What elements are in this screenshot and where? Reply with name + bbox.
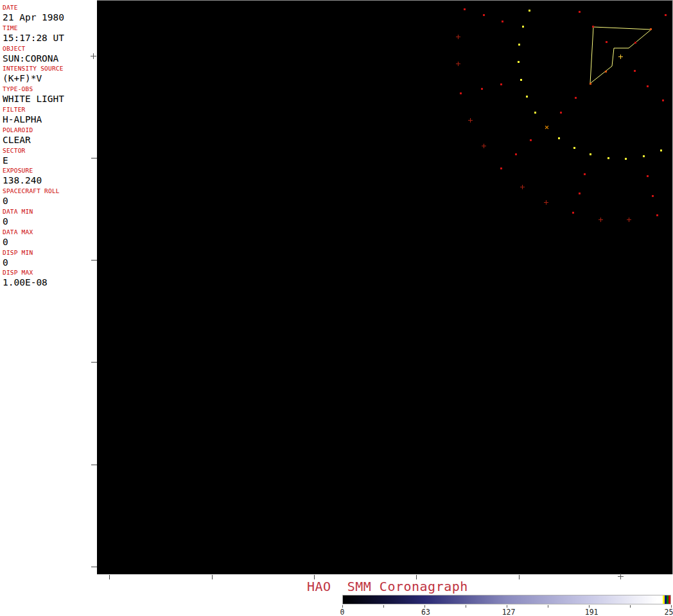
star-marker-red <box>579 193 581 194</box>
cross-marker-red <box>468 118 473 123</box>
field-value: H-ALPHA <box>3 114 97 125</box>
star-marker-yellow <box>518 61 520 63</box>
image-display-area[interactable] <box>97 0 673 574</box>
colorbar-tick-label: 255 <box>665 608 673 616</box>
axis-tick-bottom <box>109 575 110 579</box>
metadata-field: DISP MIN0 <box>0 248 97 268</box>
star-marker-red <box>483 14 485 16</box>
star-marker-red <box>530 139 532 141</box>
star-marker-red <box>656 214 658 216</box>
star-marker-orange <box>650 28 652 30</box>
colorbar-tick-label: 191 <box>585 608 599 616</box>
star-marker-yellow <box>607 157 609 159</box>
star-marker-red <box>592 26 594 28</box>
metadata-field: FILTERH-ALPHA <box>0 105 97 125</box>
axis-tick-left <box>91 465 97 465</box>
metadata-field: POLAROIDCLEAR <box>0 125 97 146</box>
colorbar-tick <box>548 605 548 608</box>
field-label: OBJECT <box>3 45 97 53</box>
star-marker-red <box>572 212 574 214</box>
axis-tick-left <box>91 567 97 567</box>
star-marker-red <box>652 195 654 197</box>
colorbar-tick <box>630 605 631 608</box>
metadata-field: DATA MIN0 <box>0 207 97 227</box>
axis-tick-bottom <box>519 575 520 579</box>
field-value: (K+F)*V <box>3 73 97 84</box>
axis-tick-left <box>91 260 97 261</box>
cross-marker-red <box>520 185 525 189</box>
star-marker-orange <box>590 83 591 85</box>
cross-marker-red <box>482 144 486 148</box>
fiducial-cross <box>618 574 624 579</box>
star-marker-yellow <box>529 10 530 12</box>
star-marker-red <box>464 8 466 10</box>
star-marker-yellow <box>520 79 522 81</box>
star-marker-red <box>502 21 503 22</box>
cross-marker-red <box>627 218 631 222</box>
star-marker-yellow <box>590 153 591 155</box>
field-label: POLAROID <box>3 126 97 134</box>
field-value: E <box>3 155 97 166</box>
metadata-sidebar: DATE21 Apr 1980TIME15:17:28 UTOBJECTSUN:… <box>0 0 97 574</box>
colorbar-tick-label: 63 <box>421 608 430 616</box>
field-label: DATA MIN <box>3 208 97 216</box>
star-marker-red <box>500 167 502 169</box>
star-marker-red <box>560 112 562 114</box>
star-marker-yellow <box>625 158 627 160</box>
field-label: FILTER <box>3 106 97 114</box>
colorbar-tick <box>383 605 384 608</box>
star-marker-red <box>634 42 636 44</box>
star-marker-yellow <box>534 112 536 114</box>
star-marker-red <box>662 99 664 101</box>
field-value: 1.00E-08 <box>3 277 97 288</box>
metadata-field: SECTORE <box>0 146 97 166</box>
fiducial-cross <box>91 53 96 59</box>
field-value: 0 <box>3 216 97 227</box>
metadata-field: OBJECTSUN:CORONA <box>0 44 97 64</box>
star-marker-red <box>665 14 667 16</box>
cross-marker-red <box>599 218 603 222</box>
cross-marker-yellow <box>618 55 623 59</box>
colorbar-gradient <box>342 595 671 604</box>
star-marker-red <box>575 97 577 99</box>
field-label: TIME <box>3 24 97 32</box>
field-value: 0 <box>3 236 97 248</box>
field-value: SUN:CORONA <box>3 53 97 64</box>
field-label: EXPOSURE <box>3 167 97 175</box>
field-label: DATA MAX <box>3 228 97 236</box>
axis-tick-left <box>91 362 97 363</box>
metadata-field: DISP MAX1.00E-08 <box>0 268 97 288</box>
star-marker-red <box>481 88 483 90</box>
field-value: 0 <box>3 257 97 268</box>
field-value: 0 <box>3 195 97 207</box>
page-title: HAO SMM Coronagraph <box>307 579 468 594</box>
colorbar-tick <box>466 605 466 608</box>
axis-tick-left <box>91 158 97 158</box>
star-marker-orange <box>605 71 607 73</box>
star-marker-red <box>460 92 462 94</box>
cross-marker-red <box>456 62 460 66</box>
field-label: DISP MAX <box>3 269 97 277</box>
star-marker-red <box>647 85 649 87</box>
metadata-field: TIME15:17:28 UT <box>0 23 97 44</box>
star-marker-yellow <box>558 137 560 139</box>
field-label: TYPE-OBS <box>3 85 97 93</box>
field-value: 138.240 <box>3 175 97 186</box>
star-marker-red <box>500 83 502 85</box>
metadata-field: EXPOSURE138.240 <box>0 166 97 186</box>
star-marker-red <box>515 153 517 155</box>
cross-marker-red <box>544 200 548 205</box>
field-value: 21 Apr 1980 <box>3 12 97 23</box>
star-marker-yellow <box>518 44 520 46</box>
field-label: DATE <box>3 4 97 12</box>
star-marker-red <box>647 175 649 177</box>
axis-tick-bottom <box>212 575 213 579</box>
star-marker-red <box>579 11 581 13</box>
cross-marker-red <box>456 35 460 39</box>
star-marker-red <box>584 173 586 175</box>
overlay-svg <box>97 1 673 575</box>
star-marker-yellow <box>643 155 645 157</box>
field-value: CLEAR <box>3 134 97 146</box>
colorbar-tick-label: 127 <box>502 608 516 616</box>
colorbar-tick-label: 0 <box>340 608 345 616</box>
